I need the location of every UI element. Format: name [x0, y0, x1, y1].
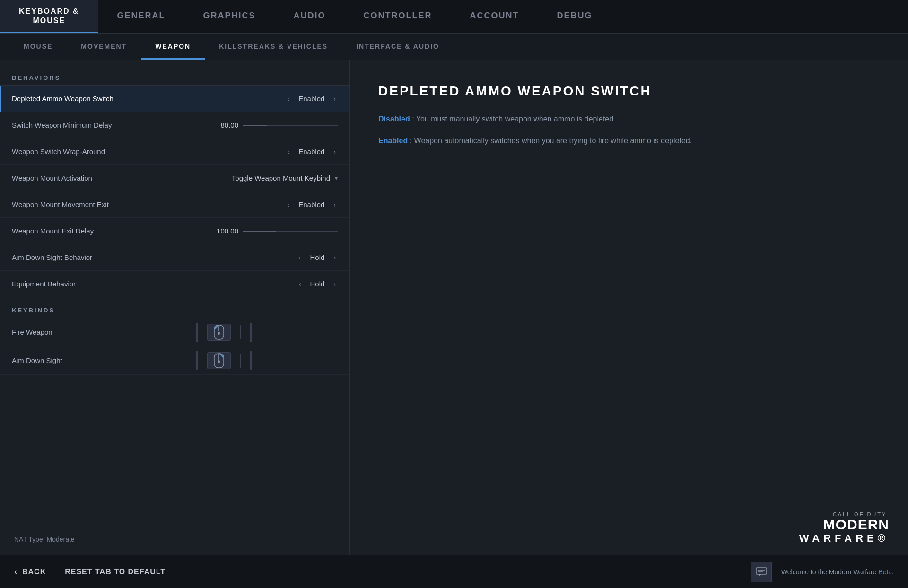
arrow-left-equipment-behavior[interactable]: ‹ — [297, 279, 303, 289]
cod-logo-modern: MODERN — [799, 518, 889, 532]
setting-weapon-min-delay[interactable]: Switch Weapon Minimum Delay 80.00 — [0, 112, 349, 138]
main-content: BEHAVIORS Depleted Ammo Weapon Switch ‹ … — [0, 60, 908, 555]
keybind-separator-fire-weapon — [240, 325, 241, 339]
mouse-left-icon — [214, 325, 224, 340]
slider-weapon-min-delay[interactable] — [243, 125, 338, 126]
subtab-killstreaks[interactable]: KILLSTREAKS & VEHICLES — [205, 34, 342, 60]
tab-keyboard-mouse[interactable]: KEYBOARD & MOUSE — [0, 0, 98, 33]
chat-button[interactable] — [751, 562, 772, 582]
arrow-left-weapon-wrap[interactable]: ‹ — [286, 147, 292, 156]
setting-value-equipment-behavior: ‹ Hold › — [297, 279, 338, 289]
svg-point-2 — [218, 332, 220, 335]
behaviors-section-header: BEHAVIORS — [0, 69, 349, 86]
setting-depleted-ammo[interactable]: Depleted Ammo Weapon Switch ‹ Enabled › — [0, 86, 349, 112]
keybind-slot-fire-weapon — [196, 323, 338, 342]
cod-logo: CALL OF DUTY. MODERN WARFARE® — [799, 511, 889, 545]
setting-value-weapon-mount-activation: Toggle Weapon Mount Keybind ▾ — [232, 174, 338, 182]
keybind-key-fire-weapon-1[interactable] — [207, 324, 231, 341]
slider-weapon-mount-exit-delay[interactable] — [243, 231, 338, 232]
keybinds-section-header: KEYBINDS — [0, 302, 349, 318]
back-button[interactable]: ‹ Back — [14, 567, 46, 577]
mouse-right-icon — [214, 353, 224, 368]
info-description-enabled: Enabled : Weapon automatically switches … — [378, 135, 880, 147]
welcome-message: Welcome to the Modern Warfare Beta. — [781, 568, 894, 576]
settings-panel: BEHAVIORS Depleted Ammo Weapon Switch ‹ … — [0, 60, 350, 555]
bottom-bar: ‹ Back Reset tab to Default Welcome to t… — [0, 555, 908, 588]
subtab-movement[interactable]: MOVEMENT — [67, 34, 141, 60]
top-navigation: KEYBOARD & MOUSE GENERAL GRAPHICS AUDIO … — [0, 0, 908, 34]
keybind-separator-aim-down-sight — [240, 354, 241, 368]
setting-weapon-mount-exit[interactable]: Weapon Mount Movement Exit ‹ Enabled › — [0, 191, 349, 218]
info-panel: DEPLETED AMMO WEAPON SWITCH Disabled : Y… — [350, 60, 908, 555]
setting-value-aim-down-sight: ‹ Hold › — [297, 253, 338, 262]
keybind-divider-left — [196, 323, 198, 342]
arrow-right-depleted-ammo[interactable]: › — [332, 94, 338, 104]
setting-weapon-mount-exit-delay[interactable]: Weapon Mount Exit Delay 100.00 — [0, 218, 349, 244]
subtab-interface[interactable]: INTERFACE & AUDIO — [342, 34, 454, 60]
arrow-right-weapon-wrap[interactable]: › — [332, 147, 338, 156]
subtab-mouse[interactable]: MOUSE — [9, 34, 67, 60]
arrow-right-aim-down-sight[interactable]: › — [332, 253, 338, 262]
info-enabled-prefix: Enabled — [378, 137, 408, 145]
reset-tab-button[interactable]: Reset tab to Default — [65, 568, 166, 576]
setting-weapon-mount-activation[interactable]: Weapon Mount Activation Toggle Weapon Mo… — [0, 165, 349, 191]
setting-equipment-behavior[interactable]: Equipment Behavior ‹ Hold › — [0, 271, 349, 297]
svg-point-5 — [218, 360, 220, 363]
arrow-left-aim-down-sight[interactable]: ‹ — [297, 253, 303, 262]
arrow-right-weapon-mount-exit[interactable]: › — [332, 200, 338, 209]
setting-value-weapon-mount-exit: ‹ Enabled › — [286, 200, 338, 209]
info-disabled-prefix: Disabled — [378, 115, 410, 123]
svg-rect-6 — [756, 568, 767, 574]
chat-icon — [756, 567, 767, 577]
arrow-right-equipment-behavior[interactable]: › — [332, 279, 338, 289]
keybind-divider-right — [250, 323, 252, 342]
setting-value-weapon-min-delay: 80.00 — [220, 121, 338, 129]
nat-info: NAT Type: Moderate — [14, 536, 75, 543]
keybind-divider-left-2 — [196, 351, 198, 370]
setting-weapon-wrap[interactable]: Weapon Switch Wrap-Around ‹ Enabled › — [0, 138, 349, 165]
setting-value-weapon-mount-exit-delay: 100.00 — [217, 227, 338, 235]
chevron-down-icon: ▾ — [335, 175, 338, 182]
beta-link[interactable]: Beta — [878, 568, 892, 576]
cod-logo-warfare: WARFARE® — [799, 532, 889, 545]
tab-general[interactable]: GENERAL — [98, 0, 184, 33]
tab-debug[interactable]: DEBUG — [538, 0, 611, 33]
tab-account[interactable]: ACCOUNT — [451, 0, 538, 33]
slider-fill-weapon-mount-exit-delay — [243, 231, 276, 232]
back-arrow-icon: ‹ — [14, 567, 17, 577]
setting-aim-down-sight[interactable]: Aim Down Sight Behavior ‹ Hold › — [0, 244, 349, 271]
tab-controller[interactable]: CONTROLLER — [345, 0, 451, 33]
arrow-left-weapon-mount-exit[interactable]: ‹ — [286, 200, 292, 209]
tab-audio[interactable]: AUDIO — [275, 0, 345, 33]
info-description-disabled: Disabled : You must manually switch weap… — [378, 113, 880, 125]
arrow-left-depleted-ammo[interactable]: ‹ — [286, 94, 292, 104]
setting-value-weapon-wrap: ‹ Enabled › — [286, 147, 338, 156]
bottom-right-area: Welcome to the Modern Warfare Beta. — [751, 562, 894, 582]
setting-value-depleted-ammo: ‹ Enabled › — [286, 94, 338, 104]
keybind-key-aim-down-sight-1[interactable] — [207, 352, 231, 369]
keybind-fire-weapon[interactable]: Fire Weapon — [0, 318, 349, 346]
tab-graphics[interactable]: GRAPHICS — [184, 0, 275, 33]
keybind-slot-aim-down-sight — [196, 351, 338, 370]
subtab-weapon[interactable]: WEAPON — [141, 34, 205, 60]
keybind-aim-down-sight[interactable]: Aim Down Sight — [0, 346, 349, 375]
info-panel-title: DEPLETED AMMO WEAPON SWITCH — [378, 84, 880, 99]
slider-fill-weapon-min-delay — [243, 125, 267, 126]
keybind-divider-right-2 — [250, 351, 252, 370]
sub-navigation: MOUSE MOVEMENT WEAPON KILLSTREAKS & VEHI… — [0, 34, 908, 60]
